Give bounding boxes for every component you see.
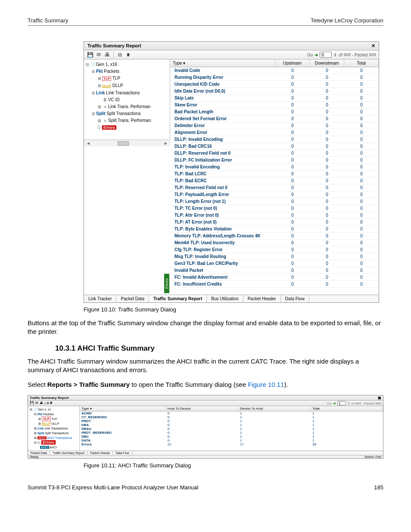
copy-icon[interactable]: ⧉ [116,51,123,58]
stepper-icon[interactable]: ⇕ [333,53,337,57]
print-icon[interactable]: 🖶 [104,51,111,58]
table-row[interactable]: Memory TLP: Address/Length Crosses 4K000 [170,233,379,240]
table-row[interactable]: TLP: Byte Enables Violation000 [170,226,379,233]
ahci-tree-root[interactable]: Gen 1, x1 [38,408,51,411]
ahci-tree-ahcitrans[interactable]: AHCI Transactions [47,436,72,439]
go-arrow-icon[interactable]: ➔ [314,53,318,57]
ahci-save-icon[interactable]: 💾 [30,401,34,405]
table-row[interactable]: Skew Error000 [170,102,379,109]
ahci-tree-dllp[interactable]: DLLP [52,422,59,425]
table-row[interactable]: Gen3 TLP: Bad Len CRC/Parity000 [170,260,379,267]
table-row[interactable]: TLP: AT Error (not 0)000 [170,219,379,226]
table-row[interactable]: CT_RESERVED011 [80,415,383,419]
col-total-header[interactable]: Total [344,59,379,67]
table-row[interactable]: Invalid Code000 [170,67,379,74]
ahci-stepper-icon[interactable]: ⇕ [347,401,350,405]
ahci-go-input[interactable] [337,401,346,405]
view-tab[interactable]: Data Flow [113,451,132,455]
table-row[interactable]: TLP: Invalid Encoding000 [170,164,379,171]
table-row[interactable]: Delimiter Error000 [170,122,379,129]
table-row[interactable]: TLP: Bad LCRC000 [170,171,379,177]
figure-link[interactable]: Figure 10.11 [248,381,284,388]
table-row[interactable]: PRDT_RESERVED011 [80,431,383,435]
tree-linkperf[interactable]: Link Trans. Performan [108,104,150,109]
col-upstream-header[interactable]: Upstream [275,59,310,67]
table-row[interactable]: DLLP: Invalid Encoding000 [170,136,379,143]
ahci-go-arrow-icon[interactable]: ➔ [333,401,336,405]
tree-root[interactable]: Gen 1, x16 [96,62,117,67]
table-row[interactable]: Errors211738 [80,442,383,446]
table-row[interactable]: TLP: Reserved Field not 0000 [170,184,379,191]
table-row[interactable]: FC: Invalid Advertisement000 [170,274,379,281]
tree-linktrans[interactable]: Link Transactions [106,90,140,95]
table-row[interactable]: DATA011 [80,439,383,442]
tree-splitperf[interactable]: Split Trans. Performan [108,118,151,123]
table-row[interactable]: Msg TLP: Invalid Routing000 [170,253,379,260]
view-tab[interactable]: Packet Data [116,295,149,302]
view-tab[interactable]: Bus Utilization [207,295,243,302]
table-row[interactable]: FC: Insufficient Credits000 [170,281,379,288]
ahci-col-d2h[interactable]: Device To Host [238,406,311,411]
table-row[interactable]: DLLP: FC Initialization Error000 [170,157,379,164]
table-row[interactable]: DLLP: Reserved Field not 0000 [170,150,379,157]
table-row[interactable]: Ordered Set Format Error000 [170,115,379,122]
col-type-header[interactable]: Type [173,61,182,65]
navigation-tree[interactable]: ⊟📄Gen 1, x16 ⊟Pkt Packets ⊞TLP TLP ⊞DLLP… [84,59,170,140]
tree-split[interactable]: Split Transactions [106,111,140,116]
save-icon[interactable]: 💾 [87,51,93,58]
ahci-col-type[interactable]: Type [81,407,89,411]
table-row[interactable]: TLP: Payload/Length Error000 [170,191,379,198]
ahci-copy-icon[interactable]: ⧉ [47,401,49,405]
scroll-thumb[interactable] [118,141,129,146]
go-index-input[interactable] [320,52,332,58]
table-row[interactable]: Bad Packet Length000 [170,109,379,115]
table-row[interactable]: DBA011 [80,423,383,427]
ahci-tree-link[interactable]: Link Transactions [44,427,68,430]
ahci-options-icon[interactable]: ⧯ [50,401,52,405]
table-row[interactable]: Mem64 TLP: Used Incorrectly000 [170,240,379,246]
table-row[interactable]: TLP: Attr Error (not 0)000 [170,212,379,219]
options-icon[interactable]: ⧯ [125,51,132,58]
ahci-close-icon[interactable]: ▣ [378,396,381,400]
view-tab[interactable]: Traffic Summary Report [50,451,87,455]
scroll-right-icon[interactable]: ► [163,141,168,146]
ahci-email-icon[interactable]: ✉ [35,401,38,405]
view-tab[interactable]: Packet Data [28,451,50,455]
table-row[interactable]: Running Disparity Error000 [170,74,379,81]
ahci-tree-ahci[interactable]: AHCI [50,446,57,449]
close-icon[interactable]: ✕ [371,43,375,49]
ahci-tree-errors[interactable]: Errors [41,440,56,445]
tree-hscrollbar[interactable]: ◄ ► [84,140,170,146]
tree-dllp[interactable]: DLLP [112,83,123,88]
table-row[interactable]: TLP: TC Error (not 0)000 [170,205,379,212]
ahci-print-icon[interactable]: 🖶 [40,401,43,405]
tree-errors[interactable]: Errors [102,125,116,130]
email-icon[interactable]: ✉ [95,51,102,58]
table-row[interactable]: Invalid Packet000 [170,267,379,274]
errors-side-tab[interactable]: Errors [164,274,169,293]
table-row[interactable]: Unexpected K/D Code000 [170,81,379,88]
table-row[interactable]: DBC011 [80,435,383,439]
view-tab[interactable]: Link Tracker [84,295,116,302]
tree-tlp[interactable]: TLP [112,76,120,81]
table-row[interactable]: DLLP: Bad CRC16000 [170,143,379,150]
table-row[interactable]: Idle Data Error (not D0.0)000 [170,88,379,95]
sort-icon[interactable]: ▾ [183,61,185,65]
tree-vcid[interactable]: VC ID [108,97,120,102]
ahci-tree-split[interactable]: Split Transactions [45,432,68,435]
ahci-tree-tlp[interactable]: TLP [52,417,57,420]
table-row[interactable]: PRDT011 [80,419,383,423]
tree-packets[interactable]: Packets [104,69,119,74]
table-row[interactable]: Alignment Error000 [170,129,379,136]
table-row[interactable]: Cfg TLP: Register Error000 [170,246,379,253]
ahci-tree[interactable]: ⊟ 📄 Gen 1, x1 ⊟ Pkt Packets ⊞ TLP TLP ⊞ … [28,406,80,451]
table-row[interactable]: ACMD011 [80,411,383,415]
ahci-tree-packets[interactable]: Packets [43,413,54,416]
view-tab[interactable]: Data Flow [281,295,309,302]
table-row[interactable]: TLP: Length Error (not 1)000 [170,198,379,205]
ahci-col-total[interactable]: Total [311,406,383,411]
table-row[interactable]: Skip Late000 [170,95,379,102]
ahci-sort-icon[interactable]: ▾ [90,407,92,411]
col-downstream-header[interactable]: Downstream [310,59,344,67]
scroll-left-icon[interactable]: ◄ [86,141,91,146]
